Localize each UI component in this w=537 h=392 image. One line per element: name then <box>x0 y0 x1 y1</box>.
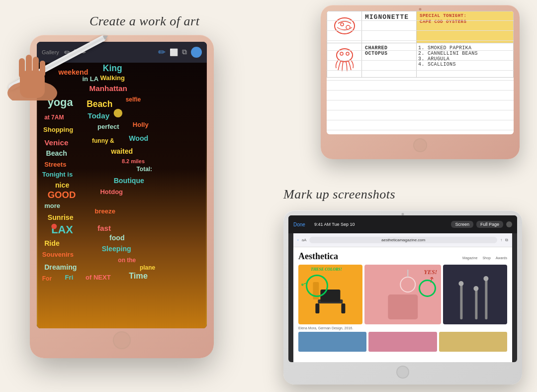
svg-point-57 <box>346 25 350 29</box>
aesthetica-header: Aesthetica Magazine Shop Awards <box>298 251 507 265</box>
svg-text:Dreaming: Dreaming <box>44 263 77 271</box>
svg-text:food: food <box>109 234 125 242</box>
strip-2 <box>368 332 437 352</box>
svg-rect-53 <box>33 57 39 76</box>
nav-shop[interactable]: Shop <box>482 256 490 260</box>
tabs-icon[interactable]: ⧉ <box>505 238 508 243</box>
dark-room-svg <box>443 265 507 324</box>
aa-button[interactable]: aA <box>302 238 307 242</box>
left-section: Create a work of art Gallery ✏ S ✒ ✏ ⬜ ⧉ <box>0 0 268 392</box>
ipad-notes: MIGNONETTE SPECIAL TONIGHT: CAPE COD OYS… <box>321 5 520 159</box>
url-bar[interactable]: aestheticamagazine.com <box>309 237 497 243</box>
svg-text:on the: on the <box>118 257 136 264</box>
image-dark <box>443 265 507 324</box>
strip-3 <box>439 332 507 352</box>
svg-text:nice: nice <box>55 181 69 189</box>
image-caption: Elena Mora, German Design, 2016. <box>298 326 507 330</box>
image-pink: YES! ↙ <box>364 265 442 324</box>
notes-ingredients: SMOKED PAPRIKA CANNELLINI BEANS ARUGULA … <box>417 43 514 78</box>
svg-rect-74 <box>475 290 478 319</box>
svg-text:8.2 miles: 8.2 miles <box>122 158 145 164</box>
svg-text:Wood: Wood <box>129 134 148 142</box>
aesthetica-images: THESE COLORS! ↙ <box>298 265 507 324</box>
hand-overlay <box>0 36 65 100</box>
notes-charred-name: CHARRED OCTOPUS <box>362 43 417 78</box>
orange-room-svg <box>298 265 362 324</box>
toolbar-icon-layers[interactable]: ⧉ <box>182 48 187 56</box>
ingredient-1: SMOKED PAPRIKA <box>428 45 510 51</box>
svg-point-59 <box>340 52 343 55</box>
aesthetica-nav: Magazine Shop Awards <box>462 256 507 260</box>
oyster-sketch-svg <box>332 13 357 38</box>
home-button-notes-ipad[interactable] <box>413 138 427 152</box>
svg-point-77 <box>484 276 489 281</box>
svg-text:Time: Time <box>129 271 148 280</box>
screenshot-color-dot[interactable] <box>506 221 512 227</box>
svg-text:funny &: funny & <box>92 137 114 144</box>
bottom-image-strips <box>298 332 507 352</box>
notes-special-cell: SPECIAL TONIGHT: CAPE COD OYSTERS <box>417 11 514 43</box>
svg-point-47 <box>51 224 57 229</box>
notes-row-octopus: CHARRED OCTOPUS SMOKED PAPRIKA CANNELLIN… <box>327 43 514 78</box>
home-button-screenshot-ipad[interactable] <box>396 366 409 379</box>
svg-text:more: more <box>44 202 60 209</box>
toolbar-right-icons: ✏ ⬜ ⧉ <box>158 47 202 58</box>
svg-point-56 <box>341 23 344 26</box>
svg-text:fast: fast <box>97 224 111 232</box>
notes-sketch-octopus <box>327 43 362 78</box>
color-swatch[interactable] <box>191 47 202 58</box>
hand-svg <box>0 36 65 100</box>
svg-rect-52 <box>26 55 32 76</box>
screenshot-screen: Done 9:41 AM Tue Sep 10 Screen Full Page… <box>288 215 517 362</box>
svg-text:For: For <box>42 275 52 282</box>
svg-text:Boutique: Boutique <box>114 177 144 185</box>
svg-rect-64 <box>341 303 345 313</box>
aesthetica-page: Aesthetica Magazine Shop Awards <box>293 247 512 356</box>
cape-cod-oysters-text: CAPE COD OYSTERS <box>420 19 510 24</box>
notes-mignonette-name: MIGNONETTE <box>362 11 417 43</box>
svg-text:Sleeping: Sleeping <box>102 245 131 253</box>
svg-point-73 <box>459 281 464 286</box>
svg-rect-54 <box>40 61 45 77</box>
toolbar-icon-pencil[interactable]: ✏ <box>158 47 166 58</box>
done-button[interactable]: Done <box>293 222 305 227</box>
camera-dot-top <box>419 8 422 10</box>
full-page-button[interactable]: Full Page <box>476 221 503 228</box>
svg-text:plane: plane <box>140 264 156 271</box>
strip-1 <box>298 332 366 352</box>
screenshot-toolbar: Done 9:41 AM Tue Sep 10 Screen Full Page <box>288 215 517 233</box>
svg-text:Today: Today <box>88 111 109 120</box>
screenshot-time: 9:41 AM Tue Sep 10 <box>314 222 355 227</box>
svg-text:Fri: Fri <box>65 274 74 281</box>
svg-text:Ride: Ride <box>44 239 60 247</box>
nav-magazine[interactable]: Magazine <box>462 256 477 260</box>
aesthetica-title: Aesthetica <box>298 251 338 262</box>
home-button-left-ipad[interactable] <box>113 331 131 349</box>
svg-text:Beach: Beach <box>87 99 112 109</box>
svg-point-58 <box>337 49 353 62</box>
svg-point-75 <box>474 286 479 291</box>
svg-text:King: King <box>103 63 122 73</box>
svg-text:Streets: Streets <box>44 161 66 168</box>
svg-rect-51 <box>19 58 25 78</box>
svg-text:GOOD: GOOD <box>48 190 76 200</box>
ingredient-4: SCALLIONS <box>428 62 510 67</box>
svg-rect-76 <box>485 280 488 319</box>
octopus-sketch-svg <box>332 45 357 73</box>
markup-caption: Mark up screenshots <box>283 187 395 202</box>
svg-text:Sunrise: Sunrise <box>48 213 74 221</box>
annotation-these-colors: THESE COLORS! <box>311 267 342 272</box>
svg-text:selfie: selfie <box>126 96 141 103</box>
svg-text:Tonight is: Tonight is <box>42 171 73 178</box>
svg-text:Hotdog: Hotdog <box>100 188 123 196</box>
back-button[interactable]: ‹ <box>297 238 299 242</box>
svg-text:breeze: breeze <box>95 207 115 215</box>
nav-awards[interactable]: Awards <box>496 256 507 260</box>
svg-text:Manhattan: Manhattan <box>90 84 127 93</box>
toolbar-icon-eraser[interactable]: ⬜ <box>170 48 178 57</box>
right-bottom-section: Mark up screenshots Done 9:41 AM Tue Sep… <box>254 178 537 392</box>
screen-button[interactable]: Screen <box>451 221 473 228</box>
share-icon[interactable]: ↑ <box>500 238 502 242</box>
svg-text:perfect: perfect <box>97 123 119 130</box>
svg-text:of NEXT: of NEXT <box>86 274 111 281</box>
